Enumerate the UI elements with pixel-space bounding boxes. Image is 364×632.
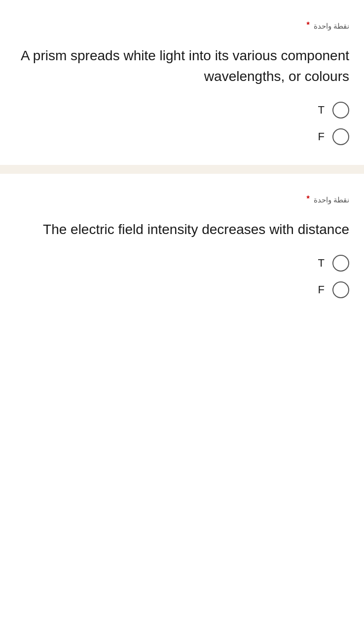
options-container-2: T F [15,255,349,298]
question-block-1: نقطة واحدة * A prism spreads white light… [0,0,364,165]
radio-true-2[interactable] [332,255,349,272]
option-label-true-2: T [318,257,325,270]
required-star-1: * [307,21,310,30]
question-header-2: نقطة واحدة * [15,194,349,204]
radio-false-1[interactable] [332,128,349,145]
option-row-true-2: T [318,255,349,272]
option-label-false-1: F [318,130,325,143]
radio-false-2[interactable] [332,281,349,298]
option-row-true-1: T [318,102,349,118]
option-label-false-2: F [318,283,325,296]
section-divider [0,165,364,174]
option-row-false-2: F [318,281,349,298]
options-container-1: T F [15,102,349,145]
option-label-true-1: T [318,104,325,117]
required-star-2: * [307,195,310,203]
question-block-2: نقطة واحدة * The electric field intensit… [0,174,364,318]
question-points-2: نقطة واحدة [314,196,349,204]
question-text-2: The electric field intensity decreases w… [15,219,349,240]
question-text-1: A prism spreads white light into its var… [15,45,349,87]
radio-true-1[interactable] [332,102,349,118]
question-header-1: نقطة واحدة * [15,20,349,31]
question-points-1: نقطة واحدة [314,22,349,31]
option-row-false-1: F [318,128,349,145]
